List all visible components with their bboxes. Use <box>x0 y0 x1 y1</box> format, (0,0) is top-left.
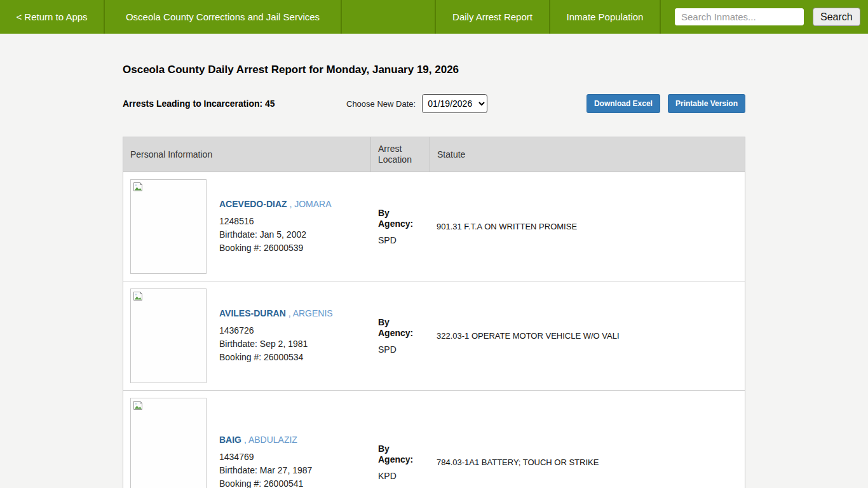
inmate-first-name: , ABDULAZIZ <box>244 435 297 445</box>
statute-cell: 901.31 F.T.A ON WRITTEN PROMISE <box>430 172 745 281</box>
inmate-birthdate: Birthdate: Mar 27, 1987 <box>219 464 312 477</box>
arrest-count-label: Arrests Leading to Incarceration: 45 <box>123 98 346 109</box>
date-picker-zone: Choose New Date: 01/19/2026 <box>346 94 487 113</box>
inmate-first-name: , ARGENIS <box>288 308 333 318</box>
broken-image-icon <box>133 182 144 193</box>
inmate-details: ACEVEDO-DIAZ , JOMARA 1248516 Birthdate:… <box>219 199 332 255</box>
date-select[interactable]: 01/19/2026 <box>422 94 487 113</box>
broken-image-icon <box>133 291 144 302</box>
arrest-table: Personal Information Arrest Location Sta… <box>123 137 745 488</box>
arrest-location-cell: By Agency: SPD <box>371 172 430 281</box>
statute-cell: 322.03-1 OPERATE MOTOR VEHICLE W/O VALI <box>430 281 745 390</box>
main-content: Osceola County Daily Arrest Report for M… <box>123 64 745 488</box>
top-navbar: < Return to Apps Osceola County Correcti… <box>0 0 868 34</box>
personal-info-cell: BAIG , ABDULAZIZ 1434769 Birthdate: Mar … <box>123 391 371 488</box>
download-excel-button[interactable]: Download Excel <box>587 94 660 113</box>
inmate-booking-number: Booking #: 26000541 <box>219 477 312 488</box>
mugshot-placeholder <box>130 179 207 274</box>
inmate-last-name: AVILES-DURAN <box>219 308 286 318</box>
nav-item-daily-arrest-report[interactable]: Daily Arrest Report <box>436 0 550 34</box>
table-header-row: Personal Information Arrest Location Sta… <box>123 137 745 172</box>
inmate-id: 1248516 <box>219 215 332 228</box>
inmate-birthdate: Birthdate: Jan 5, 2002 <box>219 228 332 241</box>
export-buttons: Download Excel Printable Version <box>587 94 745 113</box>
inmate-birthdate: Birthdate: Sep 2, 1981 <box>219 337 333 351</box>
by-agency-label: By Agency: <box>378 444 413 465</box>
inmate-booking-number: Booking #: 26000534 <box>219 351 333 364</box>
search-button[interactable]: Search <box>813 8 860 26</box>
choose-date-label: Choose New Date: <box>346 99 416 109</box>
table-row: ACEVEDO-DIAZ , JOMARA 1248516 Birthdate:… <box>123 172 745 281</box>
arrest-location-cell: By Agency: KPD <box>371 391 430 488</box>
inmate-name-link[interactable]: AVILES-DURAN , ARGENIS <box>219 308 333 318</box>
inmate-name: AVILES-DURAN , ARGENIS <box>219 308 333 318</box>
statute-cell: 784.03-1A1 BATTERY; TOUCH OR STRIKE <box>430 391 745 488</box>
navbar-search-area: Search <box>661 0 868 34</box>
by-agency-label: By Agency: <box>378 317 413 339</box>
agency-code: SPD <box>378 235 423 245</box>
inmate-id: 1434769 <box>219 451 312 464</box>
inmate-name: BAIG , ABDULAZIZ <box>219 435 312 445</box>
inmate-last-name: ACEVEDO-DIAZ <box>219 199 287 209</box>
mugshot-placeholder <box>130 288 207 383</box>
page-title: Osceola County Daily Arrest Report for M… <box>123 64 745 76</box>
table-row: BAIG , ABDULAZIZ 1434769 Birthdate: Mar … <box>123 391 745 488</box>
agency-code: SPD <box>378 344 423 355</box>
return-to-apps-link[interactable]: < Return to Apps <box>0 0 105 34</box>
inmate-last-name: BAIG <box>219 435 241 445</box>
inmate-first-name: , JOMARA <box>289 199 331 209</box>
by-agency-label: By Agency: <box>378 208 413 229</box>
agency-code: KPD <box>378 471 423 481</box>
search-inmates-input[interactable] <box>675 8 804 25</box>
broken-image-icon <box>133 400 144 411</box>
inmate-booking-number: Booking #: 26000539 <box>219 241 332 255</box>
mugshot-placeholder <box>130 398 207 488</box>
inmate-details: BAIG , ABDULAZIZ 1434769 Birthdate: Mar … <box>219 435 312 488</box>
inmate-id: 1436726 <box>219 324 333 337</box>
site-title-link[interactable]: Osceola County Corrections and Jail Serv… <box>105 0 342 34</box>
printable-version-button[interactable]: Printable Version <box>668 94 745 113</box>
arrest-location-cell: By Agency: SPD <box>371 281 430 390</box>
inmate-details: AVILES-DURAN , ARGENIS 1436726 Birthdate… <box>219 308 333 364</box>
navbar-spacer <box>342 0 436 34</box>
inmate-name: ACEVEDO-DIAZ , JOMARA <box>219 199 332 209</box>
header-statute: Statute <box>430 137 745 172</box>
inmate-name-link[interactable]: ACEVEDO-DIAZ , JOMARA <box>219 199 332 209</box>
report-controls: Arrests Leading to Incarceration: 45 Cho… <box>123 94 745 113</box>
table-row: AVILES-DURAN , ARGENIS 1436726 Birthdate… <box>123 281 745 391</box>
personal-info-cell: ACEVEDO-DIAZ , JOMARA 1248516 Birthdate:… <box>123 172 371 281</box>
nav-item-inmate-population[interactable]: Inmate Population <box>550 0 661 34</box>
header-personal-information: Personal Information <box>123 137 371 172</box>
personal-info-cell: AVILES-DURAN , ARGENIS 1436726 Birthdate… <box>123 281 371 390</box>
inmate-name-link[interactable]: BAIG , ABDULAZIZ <box>219 435 297 445</box>
header-arrest-location: Arrest Location <box>371 137 430 172</box>
